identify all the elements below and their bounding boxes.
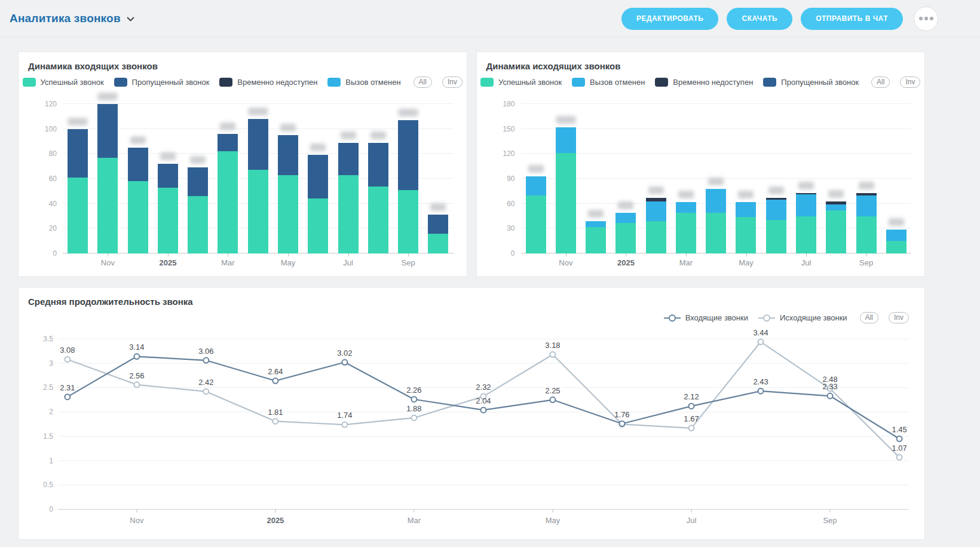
y-axis-label: 2.5 — [43, 383, 53, 392]
point-value-label: 3.18 — [545, 341, 560, 350]
x-axis-tick — [288, 253, 289, 256]
bar-month-9[interactable] — [791, 104, 821, 253]
legend-invert-button[interactable]: Inv — [889, 312, 909, 323]
download-button[interactable]: СКАЧАТЬ — [727, 8, 792, 30]
bar-month-9[interactable] — [333, 104, 363, 253]
legend-item-3[interactable]: Пропущенный звонок — [763, 78, 859, 87]
data-point[interactable] — [203, 389, 209, 394]
bar-month-12[interactable] — [423, 104, 453, 253]
data-point[interactable] — [550, 352, 555, 357]
point-value-label: 2.25 — [545, 386, 560, 395]
data-point[interactable] — [480, 407, 486, 412]
bar-month-8[interactable] — [303, 104, 333, 253]
bar-month-3[interactable] — [153, 104, 183, 253]
legend-invert-button[interactable]: Inv — [900, 77, 920, 88]
data-point[interactable] — [758, 339, 764, 344]
data-point[interactable] — [134, 382, 139, 387]
bar-month-7[interactable] — [273, 104, 303, 253]
more-options-button[interactable] — [914, 7, 938, 31]
legend-all-button[interactable]: All — [871, 77, 890, 88]
x-axis-tick — [746, 253, 747, 256]
edit-button[interactable]: РЕДАКТИРОВАТЬ — [621, 8, 719, 30]
point-value-label: 1.45 — [892, 425, 906, 434]
bar-month-10[interactable] — [821, 104, 851, 253]
legend-all-button[interactable]: All — [414, 77, 432, 88]
data-point[interactable] — [897, 436, 902, 442]
legend-item-0[interactable]: Входящие звонки — [664, 313, 748, 322]
bar-segment — [856, 216, 877, 254]
point-value-label: 2.64 — [268, 367, 283, 376]
bar-month-4[interactable] — [183, 104, 213, 253]
bar-segment — [766, 198, 786, 200]
data-point[interactable] — [342, 422, 347, 427]
legend-item-0[interactable]: Успешный звонок — [480, 78, 562, 87]
legend-invert-button[interactable]: Inv — [442, 77, 463, 88]
bar-month-5[interactable] — [671, 104, 701, 253]
data-point[interactable] — [65, 357, 70, 362]
data-point[interactable] — [689, 426, 694, 431]
legend-swatch — [219, 78, 232, 87]
legend-item-0[interactable]: Успешный звонок — [23, 78, 104, 87]
bar-month-6[interactable] — [243, 104, 273, 253]
bar-month-1[interactable] — [551, 104, 581, 253]
legend-item-2[interactable]: Временно недоступен — [655, 78, 753, 87]
y-axis-label: 0.5 — [43, 481, 53, 489]
data-point[interactable] — [134, 354, 139, 359]
bar-month-3[interactable] — [611, 104, 641, 253]
legend-label: Успешный звонок — [41, 78, 104, 87]
data-point[interactable] — [897, 454, 902, 460]
ellipsis-icon — [919, 17, 933, 20]
legend-item-1[interactable]: Вызов отменен — [572, 78, 645, 87]
incoming-chart-title: Динамика входящих звонков — [28, 61, 457, 71]
data-point[interactable] — [65, 394, 70, 399]
point-value-label: 2.42 — [198, 378, 213, 387]
data-point[interactable] — [203, 357, 209, 363]
x-axis-tick — [168, 253, 169, 256]
legend-all-button[interactable]: All — [860, 312, 878, 323]
x-axis-tick — [228, 253, 228, 256]
bar-month-2[interactable] — [123, 104, 153, 253]
data-point[interactable] — [342, 360, 347, 365]
data-point[interactable] — [272, 418, 278, 424]
bar-month-8[interactable] — [761, 104, 791, 253]
y-axis-label: 0 — [28, 249, 57, 258]
legend-swatch — [480, 78, 494, 87]
y-axis-label: 1 — [49, 457, 53, 465]
bar-month-11[interactable] — [393, 104, 423, 253]
bar-month-6[interactable] — [701, 104, 731, 253]
legend-item-1[interactable]: Пропущенный звонок — [114, 78, 210, 87]
data-point[interactable] — [828, 393, 833, 399]
bar-month-0[interactable] — [63, 104, 93, 253]
bar-month-0[interactable] — [521, 104, 551, 253]
bar-month-5[interactable] — [213, 104, 243, 253]
data-point[interactable] — [272, 378, 278, 384]
y-axis-label: 40 — [28, 200, 57, 208]
bar-month-7[interactable] — [731, 104, 761, 253]
data-point[interactable] — [758, 389, 764, 394]
legend-item-2[interactable]: Временно недоступен — [219, 78, 317, 87]
bar-month-11[interactable] — [851, 104, 881, 253]
bar-month-4[interactable] — [641, 104, 671, 253]
point-value-label: 2.04 — [476, 396, 491, 405]
data-point[interactable] — [411, 397, 416, 402]
report-title-dropdown[interactable]: Аналитика звонков — [10, 12, 134, 25]
point-value-label: 1.67 — [684, 414, 699, 423]
data-point[interactable] — [689, 404, 694, 409]
outgoing-chart-title: Динамика исходящих звонков — [486, 61, 915, 71]
bar-segment — [886, 230, 906, 241]
data-point[interactable] — [411, 415, 416, 420]
bar-segment — [188, 196, 208, 253]
data-point[interactable] — [550, 397, 555, 402]
data-point[interactable] — [619, 421, 624, 426]
bar-month-2[interactable] — [581, 104, 611, 253]
send-to-chat-button[interactable]: ОТПРАВИТЬ В ЧАТ — [801, 8, 903, 30]
legend-item-3[interactable]: Вызов отменен — [327, 78, 400, 87]
bar-month-12[interactable] — [881, 104, 911, 253]
bar-month-10[interactable] — [363, 104, 393, 253]
bar-segment — [676, 202, 696, 213]
x-axis-label: Jul — [687, 516, 697, 525]
bar-value-redacted — [98, 93, 118, 100]
legend-item-1[interactable]: Исходящие звонки — [758, 313, 847, 322]
x-axis-label: 2025 — [267, 516, 284, 525]
bar-month-1[interactable] — [93, 104, 122, 253]
